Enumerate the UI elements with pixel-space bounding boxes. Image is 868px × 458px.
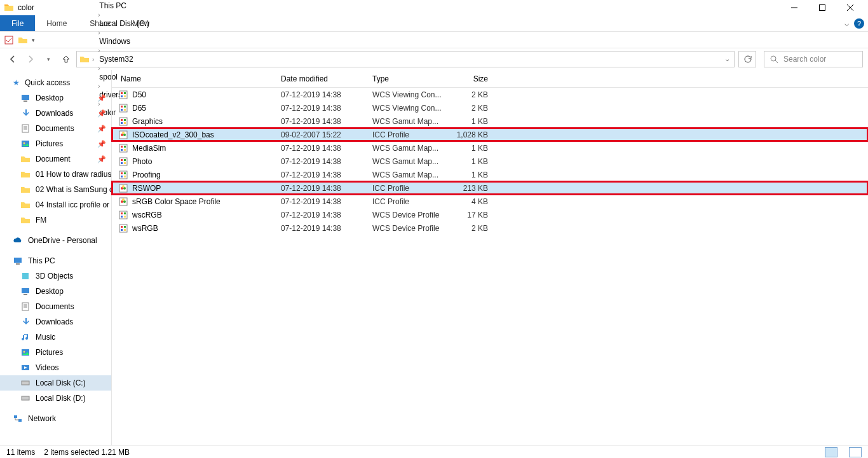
sidebar-item[interactable]: Desktop📌 [0, 90, 111, 106]
item-icon [20, 347, 31, 357]
svg-rect-65 [124, 212, 126, 214]
sidebar-item[interactable]: Local Disk (C:) [0, 375, 111, 391]
sidebar-item[interactable]: Local Disk (D:) [0, 391, 111, 406]
chevron-right-icon[interactable]: › [97, 11, 101, 18]
sidebar-item[interactable]: Downloads📌 [0, 106, 111, 121]
sidebar-network[interactable]: Network [0, 411, 111, 426]
breadcrumb-segment[interactable]: Local Disk (C:) [97, 19, 152, 28]
file-row[interactable]: sRGB Color Space Profile07-12-2019 14:38… [112, 195, 868, 208]
sidebar-item[interactable]: Documents [0, 299, 111, 314]
svg-point-58 [122, 185, 125, 188]
breadcrumb-segment[interactable]: System32 [97, 55, 152, 64]
sidebar-item[interactable]: Videos [0, 360, 111, 375]
sidebar-item[interactable]: 02 What is SamSung c [0, 182, 111, 197]
close-button[interactable] [836, 0, 864, 15]
breadcrumb-segment[interactable]: Windows [97, 37, 152, 46]
file-row[interactable]: ISOcoated_v2_300_bas09-02-2007 15:22ICC … [112, 128, 868, 141]
file-row[interactable]: Graphics07-12-2019 14:38WCS Gamut Map...… [112, 114, 868, 128]
svg-rect-30 [124, 109, 126, 111]
file-type: WCS Device Profile [372, 224, 447, 233]
pin-icon: 📌 [97, 125, 106, 133]
sidebar-item[interactable]: Pictures [0, 345, 111, 360]
column-size[interactable]: Size [447, 74, 493, 83]
status-item-count: 11 items [6, 448, 35, 457]
item-label: 01 How to draw radius [36, 170, 111, 179]
sidebar-item[interactable]: 01 How to draw radius [0, 167, 111, 182]
file-row[interactable]: Proofing07-12-2019 14:38WCS Gamut Map...… [112, 168, 868, 181]
sidebar-item[interactable]: Pictures📌 [0, 136, 111, 151]
item-label: Music [36, 333, 55, 342]
forward-button[interactable] [23, 52, 38, 67]
qat-dropdown-icon[interactable]: ▾ [32, 37, 35, 43]
recent-dropdown[interactable]: ▾ [41, 52, 56, 67]
sidebar-item[interactable]: 04 Install icc profile or [0, 197, 111, 212]
sidebar-item[interactable]: FM [0, 212, 111, 228]
pin-icon: 📌 [97, 94, 106, 102]
svg-rect-50 [119, 171, 127, 179]
sidebar-item[interactable]: Music [0, 330, 111, 345]
file-size: 1 KB [447, 157, 493, 166]
minimize-button[interactable] [780, 0, 808, 15]
file-icon [118, 116, 128, 127]
file-name: ISOcoated_v2_300_bas [132, 130, 281, 139]
svg-rect-68 [119, 225, 127, 232]
chevron-right-icon[interactable]: › [97, 29, 101, 36]
file-size: 213 KB [447, 184, 493, 193]
svg-rect-19 [14, 415, 17, 418]
file-row[interactable]: Photo07-12-2019 14:38WCS Gamut Map...1 K… [112, 155, 868, 168]
folder-icon [79, 54, 90, 64]
search-input[interactable]: Search color [764, 51, 863, 67]
breadcrumb-segment[interactable]: This PC [97, 1, 152, 10]
up-button[interactable] [58, 52, 74, 67]
sidebar-onedrive[interactable]: OneDrive - Personal [0, 233, 111, 248]
file-list: ⌃ Name Date modified Type Size D5007-12-… [112, 70, 868, 445]
sidebar-item[interactable]: Document📌 [0, 151, 111, 167]
tab-file[interactable]: File [0, 15, 35, 31]
window-title: color [18, 3, 34, 12]
qat-properties-icon[interactable] [4, 35, 14, 45]
item-label: Documents [36, 302, 74, 311]
file-row[interactable]: RSWOP07-12-2019 14:38ICC Profile213 KB [112, 181, 868, 195]
back-button[interactable] [5, 52, 20, 67]
view-thumbnails-button[interactable] [849, 447, 862, 457]
svg-rect-23 [124, 92, 126, 94]
help-icon[interactable]: ? [854, 18, 864, 29]
svg-rect-54 [124, 176, 126, 177]
file-row[interactable]: D5007-12-2019 14:38WCS Viewing Con...2 K… [112, 88, 868, 101]
svg-rect-51 [121, 172, 123, 174]
file-row[interactable]: MediaSim07-12-2019 14:38WCS Gamut Map...… [112, 141, 868, 155]
sidebar-item[interactable]: Downloads [0, 314, 111, 330]
nav-pane: ★ Quick access Desktop📌Downloads📌Documen… [0, 70, 112, 445]
file-row[interactable]: wscRGB07-12-2019 14:38WCS Device Profile… [112, 208, 868, 221]
ribbon-collapse-icon[interactable]: ⌵ [844, 19, 849, 28]
address-bar[interactable]: › This PC›Local Disk (C:)›Windows›System… [76, 51, 735, 67]
chevron-right-icon[interactable]: › [91, 56, 95, 63]
address-dropdown-icon[interactable]: ⌵ [726, 56, 729, 62]
svg-rect-10 [22, 273, 29, 279]
item-label: FM [36, 216, 46, 225]
sidebar-item[interactable]: Desktop [0, 284, 111, 299]
maximize-button[interactable] [808, 0, 836, 15]
chevron-right-icon[interactable]: › [97, 47, 101, 54]
column-headers[interactable]: ⌃ Name Date modified Type Size [112, 70, 868, 88]
sidebar-item[interactable]: 3D Objects [0, 268, 111, 284]
file-type: ICC Profile [372, 184, 447, 193]
svg-rect-5 [22, 125, 29, 132]
file-row[interactable]: wsRGB07-12-2019 14:38WCS Device Profile2… [112, 221, 868, 235]
column-type[interactable]: Type [372, 74, 447, 83]
tab-home[interactable]: Home [35, 15, 78, 31]
file-row[interactable]: D6507-12-2019 14:38WCS Viewing Con...2 K… [112, 101, 868, 114]
view-details-button[interactable] [825, 447, 837, 457]
column-name[interactable]: Name [118, 74, 281, 83]
sidebar-item[interactable]: Documents📌 [0, 121, 111, 136]
refresh-button[interactable] [738, 51, 756, 67]
svg-rect-12 [24, 294, 27, 295]
qat-newfolder-icon[interactable] [18, 35, 28, 45]
item-label: Downloads [36, 317, 73, 326]
file-type: WCS Viewing Con... [372, 90, 447, 99]
svg-rect-25 [124, 95, 126, 97]
file-date: 07-12-2019 14:38 [281, 211, 372, 219]
sidebar-quick-access[interactable]: ★ Quick access [0, 75, 111, 90]
column-date[interactable]: Date modified [281, 74, 372, 83]
sidebar-this-pc[interactable]: This PC [0, 253, 111, 268]
